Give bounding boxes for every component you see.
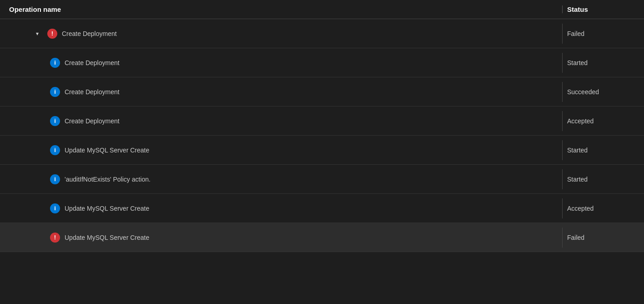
row-name-cell: iCreate Deployment (0, 51, 562, 74)
row-status: Accepted (562, 111, 644, 131)
table-row[interactable]: iCreate DeploymentAccepted (0, 106, 644, 136)
table-row[interactable]: ▾!Create DeploymentFailed (0, 19, 644, 48)
table-row[interactable]: iCreate DeploymentStarted (0, 48, 644, 77)
row-label: Create Deployment (65, 59, 120, 66)
row-name-cell: ▾!Create Deployment (0, 22, 562, 46)
row-status: Started (562, 53, 644, 73)
info-icon: i (50, 87, 60, 97)
info-icon: i (50, 174, 60, 184)
row-name-cell: iCreate Deployment (0, 81, 562, 103)
row-label: Create Deployment (62, 30, 117, 37)
table-header: Operation name Status (0, 0, 644, 19)
column-status: Status (562, 5, 644, 13)
column-operation-name: Operation name (0, 5, 562, 13)
row-status: Succeeded (562, 82, 644, 102)
row-status: Accepted (562, 198, 644, 218)
row-status: Failed (562, 228, 644, 248)
error-icon: ! (47, 29, 57, 39)
table-body: ▾!Create DeploymentFailediCreate Deploym… (0, 19, 644, 304)
row-status: Failed (562, 24, 644, 44)
row-label: Update MySQL Server Create (65, 234, 149, 241)
row-label: Update MySQL Server Create (65, 147, 149, 154)
row-label: Create Deployment (65, 117, 120, 125)
table-row[interactable]: i'auditIfNotExists' Policy action.Starte… (0, 165, 644, 194)
row-name-cell: i'auditIfNotExists' Policy action. (0, 168, 562, 191)
info-icon: i (50, 203, 60, 213)
table-row[interactable]: iCreate DeploymentSucceeded (0, 77, 644, 106)
row-status: Started (562, 140, 644, 160)
info-icon: i (50, 58, 60, 68)
info-icon: i (50, 116, 60, 126)
row-label: 'auditIfNotExists' Policy action. (65, 176, 151, 183)
deployment-table: Operation name Status ▾!Create Deploymen… (0, 0, 644, 304)
error-icon: ! (50, 233, 60, 243)
row-name-cell: iUpdate MySQL Server Create (0, 139, 562, 162)
table-row[interactable]: !Update MySQL Server CreateFailed (0, 223, 644, 252)
row-name-cell: iCreate Deployment (0, 110, 562, 132)
row-label: Create Deployment (65, 88, 120, 96)
table-row[interactable]: iUpdate MySQL Server CreateAccepted (0, 194, 644, 223)
table-row[interactable]: iUpdate MySQL Server CreateStarted (0, 136, 644, 165)
row-name-cell: !Update MySQL Server Create (0, 226, 562, 249)
info-icon: i (50, 145, 60, 155)
row-name-cell: iUpdate MySQL Server Create (0, 197, 562, 220)
row-status: Started (562, 169, 644, 189)
row-label: Update MySQL Server Create (65, 205, 149, 212)
chevron-icon[interactable]: ▾ (32, 28, 43, 39)
